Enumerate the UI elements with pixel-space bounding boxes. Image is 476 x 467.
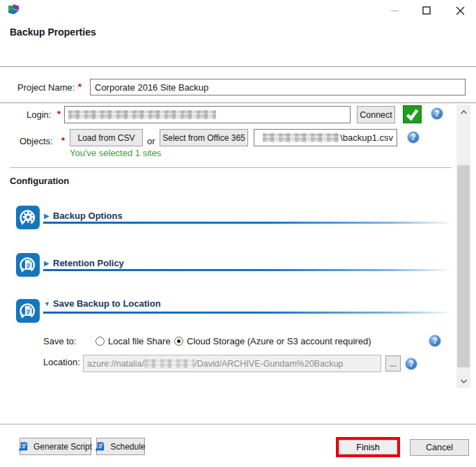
minimize-icon xyxy=(391,10,399,12)
minimize-button[interactable] xyxy=(383,1,406,20)
scroll-up-icon[interactable] xyxy=(456,106,470,118)
backup-options-underline xyxy=(43,222,452,224)
page-title: Backup Properties xyxy=(10,26,96,38)
cloud-storage-radio[interactable] xyxy=(174,337,183,346)
login-help-icon[interactable]: ? xyxy=(431,107,443,120)
app-logo-icon xyxy=(7,3,21,17)
objects-help-icon[interactable]: ? xyxy=(407,131,420,144)
retention-policy-title: Retention Policy xyxy=(53,258,124,268)
schedule-button[interactable]: Schedule xyxy=(96,438,145,455)
redacted-login-text xyxy=(68,110,216,119)
generate-script-label: Generate Script xyxy=(33,442,92,452)
login-required-mark: * xyxy=(57,109,61,119)
save-to-help-icon[interactable]: ? xyxy=(429,335,441,347)
redacted-path-text xyxy=(263,133,339,142)
location-suffix: /David/ARCHIVE-Gundam%20Backup xyxy=(194,359,343,369)
retention-policy-icon xyxy=(16,253,40,277)
finish-button[interactable]: Finish xyxy=(339,440,397,454)
scroll-area-divider xyxy=(0,102,476,103)
login-input[interactable] xyxy=(64,106,351,123)
load-from-csv-button[interactable]: Load from CSV xyxy=(70,129,143,146)
scrollbar[interactable] xyxy=(456,105,470,388)
cloud-storage-label[interactable]: Cloud Storage (Azure or S3 account requi… xyxy=(187,336,371,346)
backup-properties-dialog: Backup Properties Project Name: * Login:… xyxy=(0,0,476,467)
save-backup-location-title: Save Backup to Location xyxy=(53,298,161,309)
objects-label: Objects: xyxy=(20,136,53,146)
location-input[interactable]: azure://natalia/ /David/ARCHIVE-Gundam%2… xyxy=(83,355,381,372)
connect-button[interactable]: Connect xyxy=(357,106,395,123)
finish-button-highlight: Finish xyxy=(336,437,400,457)
backup-options-title: Backup Options xyxy=(53,210,123,221)
location-help-icon[interactable]: ? xyxy=(405,358,417,370)
save-backup-location-underline xyxy=(43,312,452,314)
scroll-down-icon[interactable] xyxy=(456,375,470,387)
radio-selected-dot xyxy=(177,339,181,343)
close-icon xyxy=(456,6,465,15)
select-from-office365-button[interactable]: Select from Office 365 xyxy=(160,129,248,146)
redacted-location-text xyxy=(144,359,194,368)
script-icon xyxy=(95,441,106,452)
script-icon xyxy=(19,441,29,452)
save-backup-location-icon xyxy=(16,299,40,323)
objects-section-divider xyxy=(10,167,452,168)
connection-ok-icon xyxy=(403,105,422,123)
scrollbar-thumb[interactable] xyxy=(457,165,470,367)
csv-file-name: \backup1.csv xyxy=(340,132,393,143)
selected-sites-note: You've selected 1 sites xyxy=(70,148,161,158)
close-button[interactable] xyxy=(448,1,472,20)
generate-script-button[interactable]: Generate Script xyxy=(20,438,91,455)
cancel-button[interactable]: Cancel xyxy=(410,439,469,456)
save-backup-location-header[interactable]: ▼ Save Backup to Location xyxy=(42,298,453,312)
configuration-heading: Configuration xyxy=(10,176,69,186)
project-name-label: Project Name: xyxy=(17,82,75,93)
csv-path-input[interactable]: \backup1.csv xyxy=(254,129,397,146)
maximize-icon xyxy=(422,6,431,15)
retention-policy-underline xyxy=(43,269,452,271)
login-label: Login: xyxy=(26,109,51,120)
backup-options-icon xyxy=(16,206,40,229)
footer-divider xyxy=(0,424,476,424)
expander-collapsed-icon: ▶ xyxy=(44,212,49,220)
local-file-share-label[interactable]: Local file Share xyxy=(108,336,171,346)
save-to-label: Save to: xyxy=(43,336,77,346)
objects-required-mark: * xyxy=(61,135,65,146)
project-required-mark: * xyxy=(78,82,82,92)
location-prefix: azure://natalia/ xyxy=(87,359,144,369)
maximize-button[interactable] xyxy=(415,1,438,20)
browse-location-button[interactable]: ... xyxy=(385,355,401,372)
schedule-label: Schedule xyxy=(110,442,145,452)
expander-expanded-icon: ▼ xyxy=(44,300,50,307)
location-label: Location: xyxy=(43,357,80,367)
header-divider xyxy=(0,66,476,67)
or-label: or xyxy=(147,136,155,146)
local-file-share-radio[interactable] xyxy=(95,337,105,346)
expander-collapsed-icon: ▶ xyxy=(44,259,49,267)
project-name-input[interactable] xyxy=(90,79,466,95)
